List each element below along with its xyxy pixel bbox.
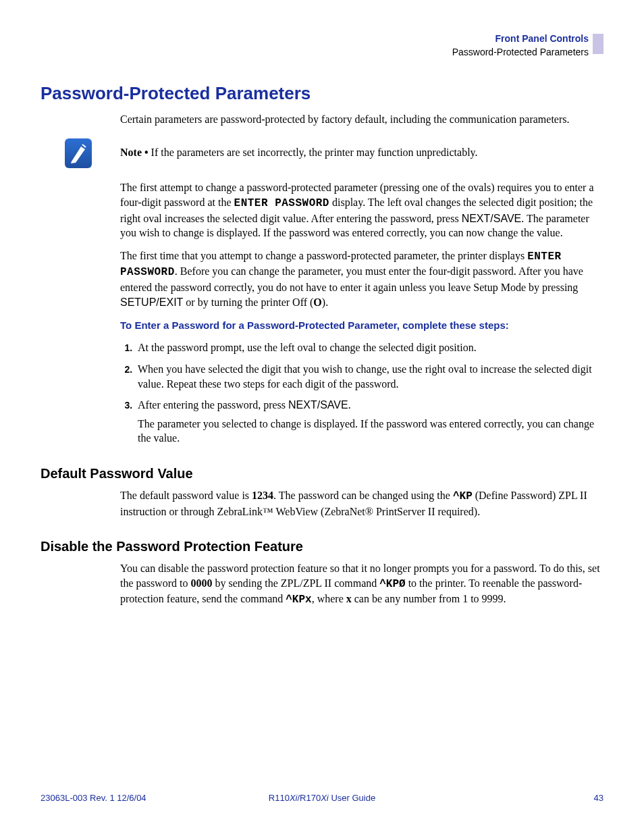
cmd-kp0: ^KPØ — [379, 578, 405, 590]
page-title: Password-Protected Parameters — [41, 82, 603, 105]
zero-password: 0000 — [190, 577, 212, 589]
paragraph-2: The first time that you attempt to chang… — [120, 249, 603, 309]
note-text: Note • If the parameters are set incorre… — [120, 145, 478, 160]
cmd-kp: ^KP — [453, 490, 473, 502]
subheading-disable-password: Disable the Password Protection Feature — [41, 538, 603, 556]
step-3-sub: The parameter you selected to change is … — [138, 417, 603, 446]
lcd-text: ENTER PASSWORD — [234, 197, 329, 209]
key-next-save: NEXT/SAVE — [462, 213, 522, 224]
instruction-heading: To Enter a Password for a Password-Prote… — [120, 319, 603, 332]
step-3: After entering the password, press NEXT/… — [135, 398, 603, 446]
var-x: x — [346, 593, 352, 604]
default-password-value: 1234 — [252, 490, 273, 501]
step-1: At the password prompt, use the left ova… — [135, 340, 603, 355]
note-icon — [65, 138, 92, 168]
note-block: Note • If the parameters are set incorre… — [65, 138, 603, 168]
note-label: Note • — [120, 147, 149, 158]
header-section: Password-Protected Parameters — [41, 46, 589, 59]
key-next-save: NEXT/SAVE — [288, 399, 348, 411]
page-header: Front Panel Controls Password-Protected … — [41, 32, 603, 59]
paragraph-1: The first attempt to change a password-p… — [120, 180, 603, 240]
default-password-paragraph: The default password value is 1234. The … — [120, 488, 603, 519]
steps-list: At the password prompt, use the left ova… — [120, 340, 603, 446]
note-body: If the parameters are set incorrectly, t… — [149, 147, 478, 158]
off-symbol: O — [313, 296, 321, 308]
disable-password-paragraph: You can disable the password protection … — [120, 561, 603, 608]
subheading-default-password: Default Password Value — [41, 465, 603, 483]
intro-paragraph: Certain parameters are password-protecte… — [120, 112, 603, 127]
key-setup-exit: SETUP/EXIT — [120, 296, 183, 308]
header-chapter: Front Panel Controls — [41, 32, 589, 45]
step-2: When you have selected the digit that yo… — [135, 362, 603, 391]
cmd-kpx: ^KPx — [286, 594, 311, 606]
